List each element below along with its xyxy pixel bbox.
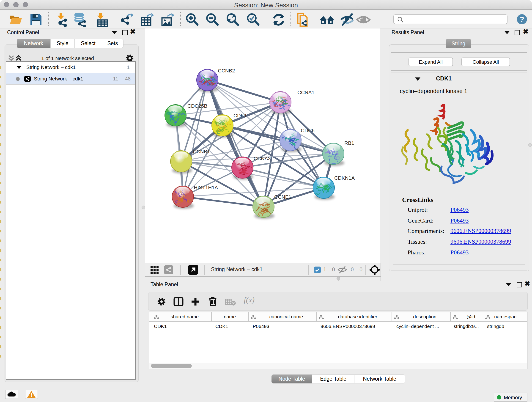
svg-text:CDC6: CDC6 xyxy=(301,128,315,133)
svg-text:CDK1: CDK1 xyxy=(234,113,247,119)
svg-text:CCNE1: CCNE1 xyxy=(274,194,291,200)
svg-text:CCNB1: CCNB1 xyxy=(193,149,210,154)
svg-text:RB1: RB1 xyxy=(344,140,354,146)
svg-text:?: ? xyxy=(520,15,524,23)
svg-text:CCNA1: CCNA1 xyxy=(298,89,315,95)
svg-text:CCNB2: CCNB2 xyxy=(218,68,235,74)
svg-text:CDKN1A: CDKN1A xyxy=(334,175,355,181)
svg-text:CCNA2: CCNA2 xyxy=(254,156,271,161)
svg-text:CDC25B: CDC25B xyxy=(187,103,207,109)
svg-text:HIST1H1A: HIST1H1A xyxy=(194,185,218,191)
